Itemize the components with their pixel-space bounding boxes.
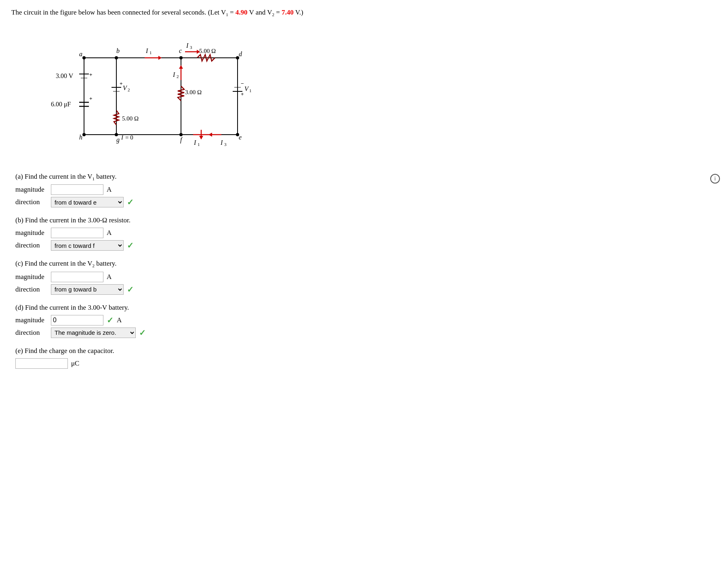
circuit-svg: a b c d h g f e + 3.00 V + 6.00 μF <box>36 25 286 163</box>
direction-label-c: direction <box>15 285 48 294</box>
question-d-magnitude-row: magnitude ✓ A <box>15 315 717 325</box>
unit-b: A <box>107 229 112 237</box>
question-a-label: (a) Find the current in the V1 battery. <box>15 173 717 181</box>
question-a: (a) Find the current in the V1 battery. … <box>15 173 717 207</box>
direction-select-d[interactable]: The magnitude is zero. from a toward h f… <box>51 328 136 338</box>
svg-rect-0 <box>36 25 286 163</box>
svg-text:5.00 Ω: 5.00 Ω <box>199 48 216 54</box>
svg-text:3: 3 <box>224 142 227 147</box>
unit-d: A <box>117 316 122 324</box>
svg-text:I: I <box>173 71 175 78</box>
v2-value: 7.40 <box>282 8 294 16</box>
magnitude-label-d: magnitude <box>15 316 48 324</box>
svg-text:1: 1 <box>198 142 200 147</box>
svg-text:I: I <box>220 139 223 146</box>
question-b-magnitude-row: magnitude A <box>15 228 717 238</box>
question-b: (b) Find the current in the 3.00-Ω resis… <box>15 216 717 251</box>
magnitude-input-c[interactable] <box>51 272 103 282</box>
magnitude-input-e[interactable] <box>15 358 68 369</box>
question-c-direction-row: direction from g toward b from b toward … <box>15 284 717 295</box>
check-a: ✓ <box>127 197 134 207</box>
svg-text:2: 2 <box>177 74 179 79</box>
check-c: ✓ <box>127 285 134 294</box>
svg-text:2: 2 <box>128 87 130 92</box>
question-a-magnitude-row: magnitude A <box>15 184 717 195</box>
svg-text:I: I <box>145 47 148 54</box>
check-d: ✓ <box>139 328 146 338</box>
magnitude-input-a[interactable] <box>51 184 103 195</box>
svg-text:1: 1 <box>149 50 152 55</box>
svg-text:+: + <box>89 95 93 101</box>
svg-text:= 0: = 0 <box>125 134 133 141</box>
question-b-direction-row: direction from c toward f from f toward … <box>15 240 717 251</box>
svg-text:d: d <box>239 51 242 57</box>
direction-select-a[interactable]: from d toward e from e toward d <box>51 197 124 207</box>
svg-text:c: c <box>179 47 182 54</box>
svg-text:6.00 μF: 6.00 μF <box>51 101 71 108</box>
direction-select-b[interactable]: from c toward f from f toward c <box>51 240 124 251</box>
svg-text:h: h <box>79 134 82 141</box>
svg-text:+: + <box>89 72 93 78</box>
svg-text:e: e <box>239 134 242 141</box>
direction-label-b: direction <box>15 241 48 249</box>
direction-label-d: direction <box>15 329 48 337</box>
question-e-label: (e) Find the charge on the capacitor. <box>15 347 717 355</box>
question-e-magnitude-row: μC <box>15 358 717 369</box>
svg-text:−: − <box>241 80 244 87</box>
unit-c: A <box>107 273 112 281</box>
magnitude-label-c: magnitude <box>15 273 48 281</box>
question-e: (e) Find the charge on the capacitor. μC <box>15 347 717 369</box>
svg-text:I: I <box>186 42 189 49</box>
question-d: (d) Find the current in the 3.00-V batte… <box>15 304 717 338</box>
svg-text:a: a <box>79 51 82 57</box>
svg-text:+: + <box>241 91 244 97</box>
question-c: (c) Find the current in the V2 battery. … <box>15 260 717 294</box>
question-b-label: (b) Find the current in the 3.00-Ω resis… <box>15 216 717 224</box>
unit-a: A <box>107 186 112 194</box>
check-b: ✓ <box>127 241 134 250</box>
info-icon[interactable]: i <box>710 174 720 184</box>
magnitude-label-b: magnitude <box>15 229 48 237</box>
svg-text:g: g <box>116 136 120 144</box>
direction-select-c[interactable]: from g toward b from b toward g <box>51 284 124 295</box>
magnitude-label-a: magnitude <box>15 186 48 194</box>
questions-section: (a) Find the current in the V1 battery. … <box>15 173 717 369</box>
question-a-direction-row: direction from d toward e from e toward … <box>15 197 717 207</box>
question-d-label: (d) Find the current in the 3.00-V batte… <box>15 304 717 312</box>
question-d-direction-row: direction The magnitude is zero. from a … <box>15 328 717 338</box>
info-label: i <box>714 175 716 182</box>
question-c-magnitude-row: magnitude A <box>15 272 717 282</box>
svg-text:3.00 V: 3.00 V <box>56 72 74 79</box>
svg-text:5.00 Ω: 5.00 Ω <box>122 115 139 122</box>
direction-label-a: direction <box>15 198 48 206</box>
check-d-mag: ✓ <box>107 315 114 325</box>
question-c-label: (c) Find the current in the V2 battery. <box>15 260 717 268</box>
svg-text:b: b <box>116 47 120 54</box>
svg-text:+: + <box>120 80 123 87</box>
svg-text:3.00 Ω: 3.00 Ω <box>185 89 202 95</box>
unit-e: μC <box>71 359 79 368</box>
intro-text: The circuit in the figure below has been… <box>11 7 717 18</box>
magnitude-input-b[interactable] <box>51 228 103 238</box>
svg-text:3: 3 <box>190 45 192 50</box>
v1-value: 4.90 <box>236 8 248 16</box>
magnitude-input-d[interactable] <box>51 315 103 325</box>
svg-text:I: I <box>194 139 196 146</box>
circuit-diagram: a b c d h g f e + 3.00 V + 6.00 μF <box>36 25 286 163</box>
svg-text:1: 1 <box>249 88 252 93</box>
svg-text:I: I <box>121 134 124 141</box>
